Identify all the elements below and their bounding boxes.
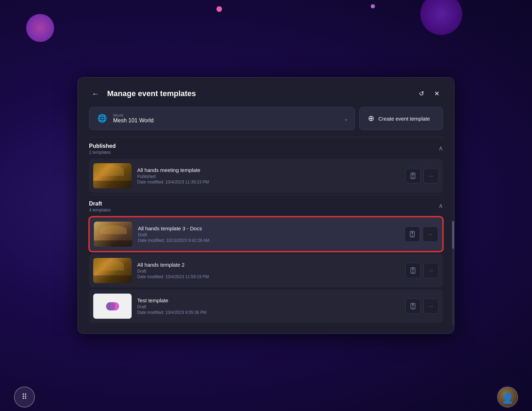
publish-button-all-hands-3-docs[interactable]	[405, 226, 420, 242]
world-chevron-icon: ⌄	[344, 115, 348, 122]
draft-section-count: 4 templates	[89, 208, 111, 212]
published-section-title: Published	[89, 143, 116, 149]
more-button-test-template[interactable]: ···	[423, 298, 439, 314]
template-item-all-hands-meeting[interactable]: All hands meeting template Published Dat…	[89, 159, 443, 193]
create-event-template-button[interactable]: ⊕ Create event template	[359, 107, 443, 130]
template-date-test-template: Date modified: 10/4/2023 9:55:36 PM	[137, 310, 400, 315]
template-thumb-all-hands-meeting	[93, 163, 132, 188]
bottom-bar: ⠿ 👤	[0, 383, 532, 411]
template-name-test-template: Test template	[137, 297, 400, 303]
published-collapse-icon[interactable]: ∧	[438, 144, 443, 152]
more-button-all-hands-3-docs[interactable]: ···	[423, 226, 438, 242]
publish-icon-2	[409, 231, 416, 238]
thumb-arch-1	[93, 163, 132, 188]
template-thumb-test-template	[93, 294, 132, 319]
manage-templates-modal: ← Manage event templates ↺ ✕ 🌐 World Mes…	[77, 77, 455, 334]
svg-point-7	[412, 236, 413, 236]
template-status-test-template: Draft	[137, 304, 400, 309]
template-info-test-template: Test template Draft Date modified: 10/4/…	[137, 297, 400, 315]
bg-orb-right	[420, 0, 462, 35]
header-actions: ↺ ✕	[415, 87, 443, 100]
world-selector[interactable]: 🌐 World Mesh 101 World ⌄	[89, 107, 355, 130]
template-item-test-template[interactable]: Test template Draft Date modified: 10/4/…	[89, 289, 443, 323]
publish-button-all-hands-2[interactable]	[405, 263, 421, 278]
more-icon: ···	[429, 173, 433, 179]
back-button[interactable]: ←	[89, 87, 102, 100]
scrollbar-thumb[interactable]	[452, 221, 454, 249]
world-name: Mesh 101 World	[113, 117, 339, 124]
svg-point-13	[413, 272, 413, 273]
world-label: World	[113, 113, 339, 117]
apps-button[interactable]: ⠿	[14, 387, 35, 408]
modal-title: Manage event templates	[107, 89, 409, 98]
template-date-all-hands-meeting: Date modified: 10/4/2023 11:39:23 PM	[137, 180, 400, 185]
avatar-icon: 👤	[502, 394, 514, 403]
template-item-all-hands-2[interactable]: All hands template 2 Draft Date modified…	[89, 254, 443, 287]
more-icon-4: ···	[429, 303, 433, 309]
teams-logo-icon	[103, 297, 122, 316]
publish-button-all-hands-meeting[interactable]	[405, 168, 421, 183]
template-name-all-hands-meeting: All hands meeting template	[137, 167, 400, 173]
template-info-all-hands-3-docs: All hands template 3 - Docs Draft Date m…	[138, 225, 399, 243]
template-status-all-hands-2: Draft	[137, 269, 400, 274]
template-status-all-hands-3-docs: Draft	[138, 232, 399, 237]
publish-icon-3	[409, 267, 416, 274]
more-button-all-hands-meeting[interactable]: ···	[423, 168, 439, 183]
template-actions-all-hands-2: ···	[405, 263, 439, 278]
published-section-count: 1 templates	[89, 150, 116, 155]
world-info: World Mesh 101 World	[113, 113, 339, 124]
bg-dot-top-right	[371, 4, 375, 8]
template-name-all-hands-3-docs: All hands template 3 - Docs	[138, 225, 399, 231]
svg-point-22	[413, 308, 413, 308]
template-actions-all-hands-3-docs: ···	[405, 226, 438, 242]
more-icon-3: ···	[429, 268, 433, 273]
published-section-header: Published 1 templates ∧	[89, 137, 443, 159]
thumb-test	[93, 294, 132, 319]
draft-section-info: Draft 4 templates	[89, 201, 111, 212]
scrollbar-track	[452, 221, 454, 325]
create-button-label: Create event template	[378, 116, 430, 122]
svg-point-20	[110, 302, 115, 310]
template-info-all-hands-2: All hands template 2 Draft Date modified…	[137, 262, 400, 279]
template-actions-all-hands-meeting: ···	[405, 168, 439, 183]
template-item-all-hands-3-docs[interactable]: All hands template 3 - Docs Draft Date m…	[89, 217, 443, 252]
svg-point-1	[413, 177, 413, 178]
more-icon-2: ···	[428, 231, 433, 237]
template-thumb-all-hands-3-docs	[94, 222, 132, 247]
template-thumb-all-hands-2	[93, 258, 132, 283]
draft-section-header: Draft 4 templates ∧	[89, 195, 443, 217]
template-date-all-hands-3-docs: Date modified: 10/13/2023 9:42:28 AM	[138, 238, 399, 243]
template-name-all-hands-2: All hands template 2	[137, 262, 400, 268]
draft-section-title: Draft	[89, 201, 111, 207]
thumb-arch-3	[93, 258, 132, 283]
template-info-all-hands-meeting: All hands meeting template Published Dat…	[137, 167, 400, 185]
apps-grid-icon: ⠿	[22, 392, 27, 402]
publish-icon	[409, 172, 416, 179]
close-button[interactable]: ✕	[430, 87, 443, 100]
world-icon: 🌐	[96, 112, 108, 125]
publish-icon-4	[409, 303, 416, 310]
draft-collapse-icon[interactable]: ∧	[438, 202, 443, 210]
create-plus-icon: ⊕	[368, 115, 374, 122]
avatar-button[interactable]: 👤	[497, 387, 518, 408]
template-status-all-hands-meeting: Published	[137, 174, 400, 179]
world-row: 🌐 World Mesh 101 World ⌄ ⊕ Create event …	[78, 107, 454, 137]
modal-content: Published 1 templates ∧ All hands meetin…	[78, 137, 454, 333]
bg-orb-left	[26, 14, 54, 42]
more-button-all-hands-2[interactable]: ···	[423, 263, 439, 278]
modal-header: ← Manage event templates ↺ ✕	[78, 78, 454, 107]
template-date-all-hands-2: Date modified: 10/4/2023 11:59:19 PM	[137, 274, 400, 279]
published-section-info: Published 1 templates	[89, 143, 116, 155]
publish-button-test-template[interactable]	[405, 298, 421, 314]
refresh-button[interactable]: ↺	[415, 87, 428, 100]
bg-dot-top-center	[216, 6, 222, 12]
template-actions-test-template: ···	[405, 298, 439, 314]
